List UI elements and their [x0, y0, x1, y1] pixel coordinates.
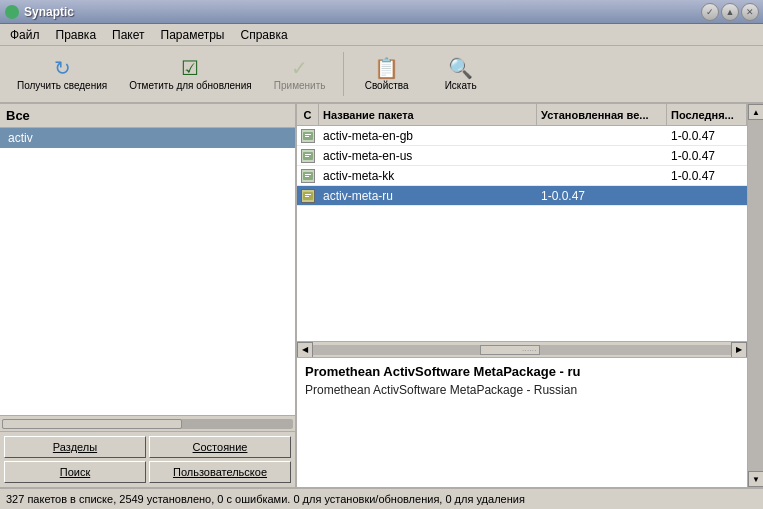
- minimize-button[interactable]: ✓: [701, 3, 719, 21]
- pkg-latest-cell: 1-0.0.47: [667, 169, 747, 183]
- custom-button[interactable]: Пользовательское: [149, 461, 291, 483]
- refresh-icon: ↻: [54, 58, 71, 78]
- category-label: activ: [8, 131, 33, 145]
- category-item-activ[interactable]: activ: [0, 128, 295, 148]
- svg-rect-3: [305, 136, 309, 137]
- package-icon: [301, 129, 315, 143]
- pkg-status-cell: [297, 189, 319, 203]
- menu-edit[interactable]: Правка: [50, 26, 103, 44]
- package-icon: [301, 149, 315, 163]
- table-row[interactable]: activ-meta-kk 1-0.0.47: [297, 166, 747, 186]
- pkg-name-cell: activ-meta-en-gb: [319, 129, 537, 143]
- description-area: Promethean ActivSoftware MetaPackage - r…: [297, 357, 747, 487]
- window-controls: ✓ ▲ ✕: [701, 3, 759, 21]
- get-info-label: Получить сведения: [17, 80, 107, 91]
- svg-rect-12: [305, 196, 309, 197]
- left-hscroll-thumb[interactable]: [2, 419, 182, 429]
- menu-package[interactable]: Пакет: [106, 26, 150, 44]
- table-body: activ-meta-en-gb 1-0.0.47: [297, 126, 747, 341]
- window-title: Synaptic: [24, 5, 701, 19]
- properties-label: Свойства: [365, 80, 409, 91]
- hscroll-right-button[interactable]: ▶: [731, 342, 747, 358]
- apply-label: Применить: [274, 80, 326, 91]
- pkg-latest-cell: 1-0.0.47: [667, 149, 747, 163]
- pkg-vscroll: ▲ ▼: [747, 104, 763, 487]
- th-name: Название пакета: [319, 104, 537, 125]
- package-table: С Название пакета Установленная ве... По…: [297, 104, 747, 487]
- th-latest: Последня...: [667, 104, 747, 125]
- svg-rect-9: [305, 176, 309, 177]
- pkg-installed-cell: 1-0.0.47: [537, 189, 667, 203]
- category-list[interactable]: activ: [0, 128, 295, 415]
- menu-settings[interactable]: Параметры: [155, 26, 231, 44]
- pkg-name-cell: activ-meta-kk: [319, 169, 537, 183]
- state-button[interactable]: Состояние: [149, 436, 291, 458]
- properties-icon: 📋: [374, 58, 399, 78]
- pkg-name-cell: activ-meta-en-us: [319, 149, 537, 163]
- svg-rect-6: [305, 156, 309, 157]
- pkg-status-cell: [297, 169, 319, 183]
- menu-help[interactable]: Справка: [235, 26, 294, 44]
- th-status: С: [297, 104, 319, 125]
- vscroll-down-button[interactable]: ▼: [748, 471, 763, 487]
- description-title: Promethean ActivSoftware MetaPackage - r…: [305, 364, 739, 379]
- left-hscroll[interactable]: [0, 415, 295, 431]
- menu-file[interactable]: Файл: [4, 26, 46, 44]
- properties-button[interactable]: 📋 Свойства: [352, 49, 422, 99]
- hscroll-dots: · · · · · ·: [522, 346, 535, 355]
- left-panel: Все activ Разделы Состояние Поиск Пользо…: [0, 104, 297, 487]
- get-info-button[interactable]: ↻ Получить сведения: [8, 49, 116, 99]
- main-area: Все activ Разделы Состояние Поиск Пользо…: [0, 104, 763, 487]
- mark-update-button[interactable]: ☑ Отметить для обновления: [120, 49, 260, 99]
- svg-rect-5: [305, 154, 311, 155]
- package-installed-icon: [301, 189, 315, 203]
- right-top: С Название пакета Установленная ве... По…: [297, 104, 763, 487]
- table-row[interactable]: activ-meta-ru 1-0.0.47: [297, 186, 747, 206]
- menubar: Файл Правка Пакет Параметры Справка: [0, 24, 763, 46]
- sections-button[interactable]: Разделы: [4, 436, 146, 458]
- pkg-latest-cell: 1-0.0.47: [667, 129, 747, 143]
- pkg-hscroll[interactable]: ◀ · · · · · · ▶: [297, 341, 747, 357]
- search-button[interactable]: 🔍 Искать: [426, 49, 496, 99]
- svg-rect-2: [305, 134, 311, 135]
- table-row[interactable]: activ-meta-en-gb 1-0.0.47: [297, 126, 747, 146]
- package-icon: [301, 169, 315, 183]
- th-installed: Установленная ве...: [537, 104, 667, 125]
- pkg-name-cell: activ-meta-ru: [319, 189, 537, 203]
- description-text: Promethean ActivSoftware MetaPackage - R…: [305, 383, 739, 397]
- app-icon: [4, 4, 20, 20]
- hscroll-left-button[interactable]: ◀: [297, 342, 313, 358]
- toolbar-separator: [343, 52, 344, 96]
- maximize-button[interactable]: ▲: [721, 3, 739, 21]
- apply-button[interactable]: ✓ Применить: [265, 49, 335, 99]
- status-text: 327 пакетов в списке, 2549 установлено, …: [6, 493, 525, 505]
- hscroll-track[interactable]: · · · · · ·: [313, 345, 731, 355]
- search-icon: 🔍: [448, 58, 473, 78]
- svg-rect-11: [305, 194, 311, 195]
- svg-rect-8: [305, 174, 311, 175]
- statusbar: 327 пакетов в списке, 2549 установлено, …: [0, 487, 763, 509]
- search-label: Искать: [445, 80, 477, 91]
- mark-update-icon: ☑: [181, 58, 199, 78]
- svg-point-0: [5, 5, 19, 19]
- left-panel-header: Все: [0, 104, 295, 128]
- category-header-label: Все: [6, 108, 30, 123]
- table-row[interactable]: activ-meta-en-us 1-0.0.47: [297, 146, 747, 166]
- apply-icon: ✓: [291, 58, 308, 78]
- vscroll-up-button[interactable]: ▲: [748, 104, 763, 120]
- right-panel: С Название пакета Установленная ве... По…: [297, 104, 763, 487]
- toolbar: ↻ Получить сведения ☑ Отметить для обнов…: [0, 46, 763, 104]
- titlebar: Synaptic ✓ ▲ ✕: [0, 0, 763, 24]
- pkg-status-cell: [297, 149, 319, 163]
- find-button[interactable]: Поиск: [4, 461, 146, 483]
- pkg-status-cell: [297, 129, 319, 143]
- mark-update-label: Отметить для обновления: [129, 80, 251, 91]
- close-button[interactable]: ✕: [741, 3, 759, 21]
- left-hscroll-bar[interactable]: [2, 419, 293, 429]
- table-header: С Название пакета Установленная ве... По…: [297, 104, 747, 126]
- left-buttons: Разделы Состояние Поиск Пользовательское: [0, 431, 295, 487]
- vscroll-track[interactable]: [748, 120, 763, 471]
